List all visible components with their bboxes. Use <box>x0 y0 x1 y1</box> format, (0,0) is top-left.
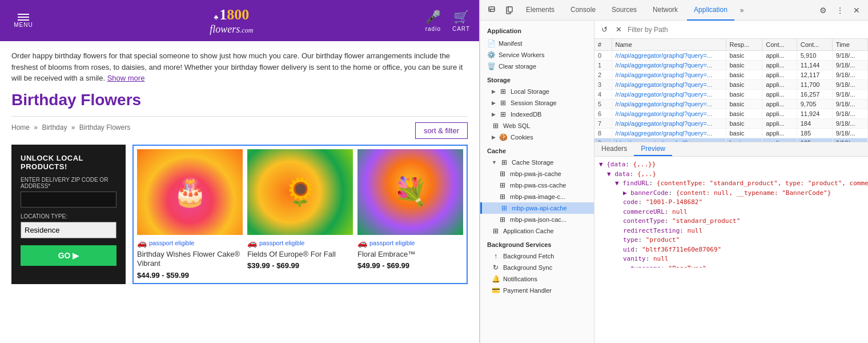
header-actions: 🎤 radio 🛒 CART <box>425 10 470 32</box>
expand-session-storage-icon: ▶ <box>492 100 496 106</box>
radio-button[interactable]: 🎤 radio <box>425 10 441 32</box>
sidebar-item-mbp-js-label: mbp-pwa-js-cache <box>510 170 561 177</box>
close-devtools-button[interactable]: ✕ <box>850 3 863 17</box>
headers-tab[interactable]: Headers <box>594 142 634 156</box>
tab-network[interactable]: Network <box>646 0 685 21</box>
cell-cont2: 11,924 <box>797 109 832 119</box>
breadcrumb-home[interactable]: Home <box>11 123 30 131</box>
table-row[interactable]: 3 /r/api/aggregator/graphql?query=... ba… <box>594 80 868 90</box>
sidebar-item-ws-label: Web SQL <box>503 122 531 129</box>
cell-num: 3 <box>594 80 612 90</box>
cache-storage-icon: ⊞ <box>500 158 508 166</box>
cell-time: 9/18/... <box>832 90 867 99</box>
cell-num: 7 <box>594 119 612 129</box>
sidebar-item-mbp-json[interactable]: ⊞ mbp-pwa-json-cac... <box>480 214 594 225</box>
inspect-element-button[interactable] <box>485 4 500 17</box>
settings-button[interactable]: ⚙ <box>816 3 830 17</box>
preview-content: ▼ {data: {,..}}▼ data: {,..}▼ findURL: {… <box>594 157 868 268</box>
bottom-tabs: Headers Preview <box>594 142 868 157</box>
table-row[interactable]: 6 /r/api/aggregator/graphql?query=... ba… <box>594 109 868 119</box>
table-header-row: # Name Resp... Cont... Cont... Time <box>594 39 868 51</box>
site-logo[interactable]: ♣ 1800 flowers.com <box>38 6 425 35</box>
json-line: commerceURL: null <box>599 208 863 217</box>
table-row[interactable]: 1 /r/api/aggregator/graphql?query=... ba… <box>594 61 868 70</box>
mbp-api-icon: ⊞ <box>500 204 508 212</box>
sidebar-item-manifest-label: Manifest <box>499 40 523 47</box>
tab-console[interactable]: Console <box>564 0 602 21</box>
table-row[interactable]: 4 /r/api/aggregator/graphql?query=... ba… <box>594 90 868 99</box>
cell-name: /r/api/aggregator/graphql?query=... <box>612 90 726 99</box>
preview-tab[interactable]: Preview <box>634 142 672 156</box>
filter-input[interactable] <box>628 26 863 34</box>
product-card-2[interactable]: 🌻 🚗 passport eligible Fields Of Europe® … <box>247 149 353 280</box>
sidebar-item-notifications[interactable]: 🔔 Notifications <box>480 273 594 285</box>
sidebar-item-websql[interactable]: ⊞ Web SQL <box>480 120 594 131</box>
sidebar-item-cache-storage[interactable]: ▼ ⊞ Cache Storage <box>480 157 594 168</box>
sidebar-item-service-workers[interactable]: ⚙️ Service Workers <box>480 49 594 61</box>
passport-icon-1: 🚗 <box>137 238 147 248</box>
go-button[interactable]: GO ▶ <box>21 245 116 266</box>
device-toolbar-button[interactable] <box>502 4 517 17</box>
sidebar-item-mbp-css[interactable]: ⊞ mbp-pwa-css-cache <box>480 180 594 191</box>
site-content: Order happy birthday flowers for that sp… <box>0 41 479 343</box>
passport-badge-2: 🚗 passport eligible <box>247 238 353 248</box>
cache-section-title: Cache <box>480 143 594 157</box>
zip-input[interactable] <box>21 192 116 208</box>
cell-name: /r/api/aggregator/graphql?query=... <box>612 119 726 129</box>
sidebar-item-payment[interactable]: 💳 Payment Handler <box>480 285 594 296</box>
show-more-link[interactable]: Show more <box>107 74 145 82</box>
cell-cont1: appli... <box>762 90 797 99</box>
product-card-3[interactable]: 💐 🚗 passport eligible Floral Embrace™ $4… <box>357 149 463 280</box>
tab-sources[interactable]: Sources <box>605 0 644 21</box>
cell-num: 5 <box>594 99 612 109</box>
table-row[interactable]: 2 /r/api/aggregator/graphql?query=... ba… <box>594 70 868 80</box>
sidebar-item-app-cache[interactable]: ⊞ Application Cache <box>480 225 594 237</box>
sidebar-item-mbp-image[interactable]: ⊞ mbp-pwa-image-c... <box>480 191 594 202</box>
sidebar-item-indexeddb[interactable]: ▶ ⊞ IndexedDB <box>480 109 594 120</box>
product-name-1: Birthday Wishes Flower Cake® Vibrant <box>137 250 243 269</box>
tab-elements[interactable]: Elements <box>519 0 561 21</box>
more-tabs-button[interactable]: » <box>737 4 748 17</box>
app-sidebar: Application 📄 Manifest ⚙️ Service Worker… <box>480 21 594 343</box>
bottom-panel: Headers Preview ▼ {data: {,..}}▼ data: {… <box>594 142 868 268</box>
json-line: uid: "bltf36f711e60e87069" <box>599 245 863 255</box>
sidebar-item-pay-label: Payment Handler <box>503 287 552 294</box>
cell-resp: basic <box>726 109 762 119</box>
sidebar-item-clear-storage[interactable]: 🗑️ Clear storage <box>480 61 594 72</box>
refresh-button[interactable]: ↺ <box>599 24 610 35</box>
logo-flowers: flowers.com <box>210 23 253 35</box>
sidebar-item-bg-fetch[interactable]: ↑ Background Fetch <box>480 250 594 262</box>
clear-button[interactable]: ✕ <box>613 24 624 35</box>
sidebar-item-bg-sync[interactable]: ↻ Background Sync <box>480 262 594 273</box>
network-table: # Name Resp... Cont... Cont... Time 0 /r… <box>594 39 868 142</box>
table-row[interactable]: 7 /r/api/aggregator/graphql?query=... ba… <box>594 119 868 129</box>
sidebar-item-session-storage[interactable]: ▶ ⊞ Session Storage <box>480 97 594 109</box>
breadcrumb-birthday[interactable]: Birthday <box>42 123 67 131</box>
table-row[interactable]: 8 /r/api/aggregator/graphql?query=... ba… <box>594 129 868 138</box>
sidebar-item-mbp-js[interactable]: ⊞ mbp-pwa-js-cache <box>480 168 594 180</box>
sidebar-item-cookies[interactable]: ▶ 🍪 Cookies <box>480 131 594 143</box>
cell-time: 9/18/... <box>832 129 867 138</box>
product-card-1[interactable]: 🎂 🚗 passport eligible Birthday Wishes Fl… <box>137 149 243 280</box>
payment-icon: 💳 <box>492 286 500 294</box>
expand-local-storage-icon: ▶ <box>492 89 496 94</box>
tab-application[interactable]: Application <box>687 0 734 21</box>
cell-cont1: appli... <box>762 61 797 70</box>
col-cont1: Cont... <box>762 39 797 51</box>
location-select[interactable]: Residence Business Hospital Funeral Home <box>21 222 116 238</box>
cell-name: /r/api/aggregator/graphql?query=... <box>612 99 726 109</box>
json-line: __typename: "PageType" <box>599 264 863 268</box>
sidebar-item-ls-label: Local Storage <box>511 88 549 95</box>
sidebar-item-mbp-css-label: mbp-pwa-css-cache <box>510 182 566 189</box>
cell-resp: basic <box>726 99 762 109</box>
menu-button[interactable]: MENU <box>9 14 38 28</box>
sort-filter-button[interactable]: sort & filter <box>415 122 468 139</box>
table-row[interactable]: 5 /r/api/aggregator/graphql?query=... ba… <box>594 99 868 109</box>
more-options-button[interactable]: ⋮ <box>833 3 847 17</box>
table-row[interactable]: 0 /r/api/aggregator/graphql?query=... ba… <box>594 51 868 61</box>
sidebar-item-local-storage[interactable]: ▶ ⊞ Local Storage <box>480 86 594 97</box>
cell-resp: basic <box>726 119 762 129</box>
cart-button[interactable]: 🛒 CART <box>452 10 470 32</box>
sidebar-item-manifest[interactable]: 📄 Manifest <box>480 38 594 49</box>
sidebar-item-mbp-api[interactable]: ⊞ mbp-pwa-api-cache <box>480 202 594 214</box>
